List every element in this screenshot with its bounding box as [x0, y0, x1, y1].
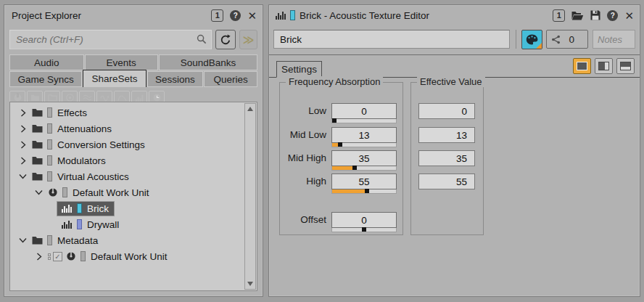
tab-sharesets[interactable]: ShareSets: [83, 70, 146, 87]
share-icon: [551, 35, 561, 44]
instance-number-button[interactable]: 1: [211, 9, 223, 22]
tab-audio[interactable]: Audio: [9, 54, 84, 70]
folder-icon: [32, 140, 43, 149]
slider-mid-high[interactable]: [331, 166, 397, 171]
tree-scrollbar[interactable]: [244, 103, 256, 290]
tree-item-metadata-default-work-unit[interactable]: ✓ Default Work Unit: [10, 248, 244, 264]
refresh-button[interactable]: [215, 30, 236, 49]
tab-events[interactable]: Events: [85, 54, 158, 70]
save-icon[interactable]: [590, 10, 600, 20]
chevron-right-icon[interactable]: [19, 109, 27, 117]
slider-high[interactable]: [331, 189, 397, 194]
object-color-swatch: [47, 107, 52, 118]
slider-handle[interactable]: [365, 189, 369, 193]
tree-item-label: Default Work Unit: [73, 187, 149, 198]
tree-item-label: Conversion Settings: [57, 139, 145, 150]
selected-item-highlight[interactable]: Brick: [57, 201, 115, 216]
absorption-row-mid-low: Mid Low 13: [283, 127, 397, 147]
tab-game-syncs[interactable]: Game Syncs: [9, 71, 82, 87]
object-color-swatch: [47, 155, 52, 166]
chevron-right-icon[interactable]: [35, 253, 43, 261]
notes-field[interactable]: [593, 30, 635, 49]
tree-item-attenuations[interactable]: Attenuations: [10, 121, 244, 136]
help-icon[interactable]: ?: [230, 10, 241, 21]
tree-item-label: Effects: [57, 107, 87, 118]
search-input[interactable]: [9, 30, 212, 49]
scroll-up-icon[interactable]: [245, 104, 255, 114]
slider-handle[interactable]: [362, 227, 366, 232]
project-explorer-titlebar[interactable]: Project Explorer 1 ? ✕: [4, 5, 263, 25]
effective-value-group: Effective Value 0 13 35 55: [410, 82, 484, 235]
layout-single-icon: [577, 62, 587, 70]
object-color-swatch: [80, 251, 86, 261]
reference-count-button[interactable]: 0: [546, 30, 588, 49]
chevron-right-icon[interactable]: [19, 141, 27, 149]
row-label: Low: [283, 103, 326, 119]
layout-split-vertical-button[interactable]: [595, 58, 613, 74]
color-palette-button[interactable]: [521, 30, 542, 49]
tree-item-metadata[interactable]: Metadata: [10, 232, 244, 248]
acoustic-texture-editor-panel: Brick - Acoustic Texture Editor 1 ? ✕ 0 …: [268, 4, 640, 297]
object-name-field[interactable]: [273, 30, 510, 49]
tab-settings[interactable]: Settings: [276, 61, 322, 78]
group-title: Frequency Absorption: [286, 76, 383, 87]
chevron-right-icon[interactable]: [19, 125, 27, 133]
close-icon[interactable]: ✕: [624, 10, 634, 21]
absorption-row-mid-high: Mid High 35: [283, 150, 397, 171]
chevron-right-icon[interactable]: [19, 157, 27, 165]
absorption-row-high: High 55: [283, 174, 397, 194]
object-color-swatch: [47, 123, 52, 134]
group-title: Effective Value: [417, 76, 485, 87]
panel-title: Project Explorer: [12, 10, 81, 21]
row-label: Mid Low: [283, 127, 326, 143]
value-field-offset[interactable]: 0: [331, 212, 397, 228]
row-label: Offset: [283, 212, 326, 228]
tree-item-brick-selected[interactable]: Brick: [10, 200, 244, 216]
work-unit-icon: [66, 251, 76, 261]
slider-mid-low[interactable]: [331, 143, 397, 147]
effective-value-mid-low: 13: [418, 127, 475, 143]
tree-item-default-work-unit[interactable]: Default Work Unit: [10, 184, 244, 200]
slider-offset[interactable]: [331, 228, 397, 232]
tab-soundbanks[interactable]: SoundBanks: [159, 54, 257, 70]
value-field-mid-low[interactable]: 13: [331, 127, 397, 143]
value-field-low[interactable]: 0: [331, 103, 397, 119]
layout-split-horizontal-icon: [620, 62, 631, 70]
search-icon: [197, 34, 207, 44]
scroll-down-icon[interactable]: [245, 279, 255, 289]
tree-item-label: Default Work Unit: [91, 251, 168, 262]
slider-fill: [332, 166, 355, 170]
open-folder-icon[interactable]: [571, 11, 584, 20]
value-field-high[interactable]: 55: [331, 174, 397, 189]
help-icon[interactable]: ?: [607, 10, 618, 21]
folder-icon: [32, 236, 43, 245]
acoustic-texture-icon: [61, 203, 73, 213]
chevron-down-icon[interactable]: [19, 174, 27, 179]
chevron-down-icon[interactable]: [35, 189, 43, 195]
tab-sessions[interactable]: Sessions: [147, 71, 203, 87]
tree-item-drywall[interactable]: Drywall: [10, 216, 244, 232]
tree-item-effects[interactable]: Effects: [10, 105, 244, 121]
tree-item-modulators[interactable]: Modulators: [10, 152, 244, 168]
layout-single-button[interactable]: [573, 58, 591, 74]
metadata-checkbox[interactable]: ✓: [53, 252, 62, 261]
value-field-mid-high[interactable]: 35: [331, 150, 397, 166]
tree-item-virtual-acoustics[interactable]: Virtual Acoustics: [10, 168, 244, 184]
slider-low[interactable]: [331, 119, 397, 123]
instance-number-button[interactable]: 1: [553, 9, 565, 22]
filter-arrow-button[interactable]: ≫: [239, 30, 257, 49]
chevron-down-icon[interactable]: [19, 237, 27, 243]
editor-titlebar[interactable]: Brick - Acoustic Texture Editor 1 ? ✕: [269, 5, 640, 25]
object-color-swatch: [62, 187, 67, 197]
brick-color-swatch: [290, 10, 295, 20]
separator: [516, 30, 516, 49]
wwise-window: { "left_panel": { "title": "Project Expl…: [0, 0, 644, 302]
tree-item-conversion-settings[interactable]: Conversion Settings: [10, 136, 244, 152]
tab-queries[interactable]: Queries: [204, 71, 257, 87]
slider-handle[interactable]: [332, 118, 337, 123]
slider-handle[interactable]: [338, 142, 342, 147]
layout-split-horizontal-button[interactable]: [616, 58, 635, 74]
close-icon[interactable]: ✕: [247, 10, 257, 21]
work-unit-icon: [48, 187, 58, 197]
slider-handle[interactable]: [352, 166, 357, 170]
